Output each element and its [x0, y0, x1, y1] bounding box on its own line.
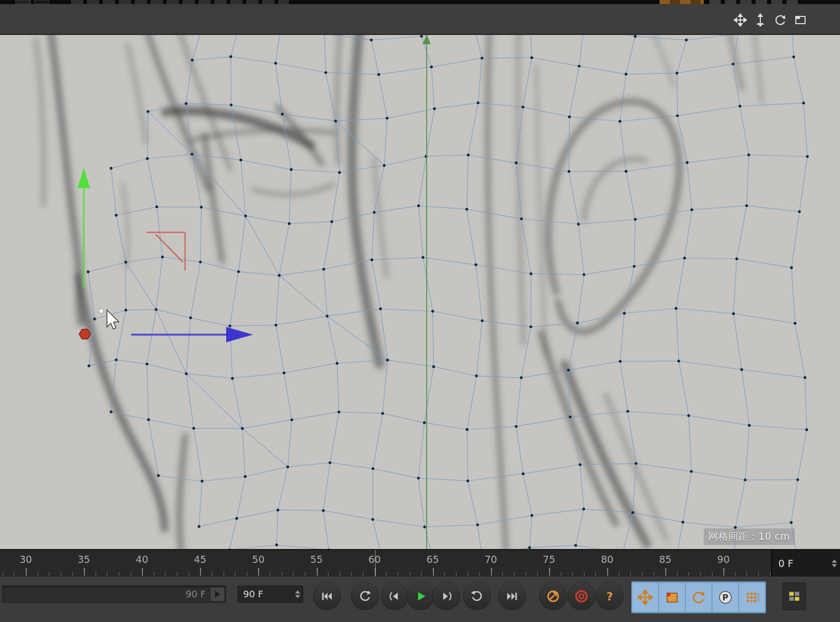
help-icon: ? [607, 590, 613, 603]
rotate-icon[interactable] [773, 12, 788, 28]
autokey-button[interactable] [568, 582, 595, 610]
ruler-minor-tick [758, 572, 759, 576]
ruler-frame-label: 30 [20, 554, 32, 565]
goto-end-button[interactable] [498, 582, 526, 610]
viewport[interactable]: 网格间距：10 cm [0, 35, 840, 549]
ruler-minor-tick [340, 572, 340, 576]
ruler-minor-tick [131, 572, 131, 576]
record-scale-toggle[interactable] [659, 583, 685, 612]
ruler-minor-tick [410, 572, 410, 576]
ruler-minor-tick [549, 572, 550, 576]
record-keyframe-icon [545, 589, 561, 604]
dolly-icon[interactable] [753, 12, 768, 28]
next-key-button[interactable] [463, 582, 491, 610]
ruler-frame-label: 40 [136, 554, 148, 565]
viewport-nav-icons [733, 12, 808, 28]
ruler-minor-tick [502, 572, 503, 576]
timeline-ruler[interactable]: 30354045505560657075808590 0 F [0, 549, 840, 577]
ruler-minor-tick [328, 572, 328, 576]
ruler-frame-label: 80 [601, 554, 613, 565]
ruler-minor-tick [165, 572, 166, 576]
ruler-minor-tick [386, 572, 387, 576]
ruler-minor-tick [49, 572, 49, 576]
ruler-minor-tick [84, 572, 84, 576]
record-parameter-icon: P [718, 590, 733, 605]
ruler-frame-label: 90 [717, 554, 729, 565]
frame-stepper-icon[interactable] [832, 560, 837, 568]
toolbar-icon-fragment [660, 0, 704, 4]
ruler-frame-label: 75 [543, 554, 555, 565]
gizmo-x-axis-handle[interactable] [131, 327, 253, 342]
ruler-minor-tick [433, 572, 433, 576]
ruler-frame-label: 55 [310, 554, 322, 565]
previous-frame-button[interactable] [381, 582, 409, 610]
ruler-minor-tick [630, 572, 631, 576]
timeline-range-slider[interactable]: 90 F [2, 586, 226, 603]
end-frame-field[interactable]: 90 F [238, 586, 303, 603]
ruler-minor-tick [572, 572, 573, 576]
record-pla-toggle[interactable] [739, 583, 765, 612]
help-button[interactable]: ? [596, 582, 624, 610]
record-rotation-toggle[interactable] [686, 583, 711, 612]
next-key-icon [470, 589, 484, 603]
ruler-minor-tick [398, 572, 398, 576]
ruler-minor-tick [584, 572, 585, 576]
toolbar-icon-fragment [15, 0, 31, 4]
ruler-minor-tick [142, 572, 142, 576]
next-frame-icon [439, 589, 453, 603]
ruler-minor-tick [363, 572, 363, 576]
ruler-minor-tick [26, 572, 26, 576]
record-parameter-toggle[interactable]: P [713, 583, 738, 612]
play-button[interactable] [407, 582, 434, 610]
ruler-minor-tick [61, 572, 61, 576]
ruler-frame-marker[interactable] [375, 550, 376, 577]
ruler-minor-tick [514, 572, 515, 576]
ruler-minor-tick [247, 572, 247, 576]
next-frame-button[interactable] [432, 582, 460, 610]
ruler-minor-tick [491, 572, 491, 576]
toolbar-icon-fragment [34, 0, 49, 4]
maximize-icon[interactable] [793, 12, 808, 28]
current-frame-label: 0 F [778, 558, 793, 569]
ruler-minor-tick [107, 572, 107, 576]
ruler-minor-tick [456, 572, 456, 576]
frame-field-stepper-icon[interactable] [295, 591, 300, 598]
autokey-icon [574, 589, 589, 604]
goto-end-icon [505, 589, 519, 603]
selected-vertex[interactable] [79, 330, 90, 339]
ruler-minor-tick [305, 572, 305, 576]
ruler-ticks[interactable]: 30354045505560657075808590 [0, 550, 771, 577]
grid-icon [787, 589, 801, 603]
hovered-vertex[interactable] [99, 309, 104, 314]
ruler-minor-tick [119, 572, 119, 576]
toolbar-icon-fragment [71, 0, 289, 4]
goto-start-button[interactable] [313, 582, 341, 610]
goto-start-icon [320, 589, 334, 603]
ruler-minor-tick [317, 572, 317, 576]
ruler-minor-tick [270, 572, 270, 576]
pan-icon[interactable] [733, 12, 748, 28]
ruler-minor-tick [351, 572, 352, 576]
end-frame-value: 90 F [243, 586, 263, 602]
ruler-minor-tick [665, 572, 666, 576]
record-pla-icon [744, 590, 760, 605]
range-expand-button[interactable] [211, 588, 224, 601]
ruler-minor-tick [642, 572, 643, 576]
cinema4d-window: 网格间距：10 cm 30354045505560657075808590 0 … [0, 0, 840, 622]
misc-tool-button[interactable] [782, 582, 806, 610]
ruler-minor-tick [654, 572, 654, 576]
toolbar-icon-fragment [709, 0, 802, 4]
record-keyframe-button[interactable] [539, 582, 567, 610]
ruler-minor-tick [746, 572, 747, 576]
record-position-toggle[interactable] [632, 583, 658, 612]
record-position-icon [637, 590, 653, 605]
ruler-minor-tick [595, 572, 596, 576]
current-frame-box[interactable]: 0 F [771, 550, 840, 577]
ruler-minor-tick [770, 572, 771, 576]
ruler-minor-tick [96, 572, 96, 576]
ruler-frame-label: 45 [194, 554, 206, 565]
ruler-minor-tick [14, 572, 14, 576]
ruler-frame-label: 70 [485, 554, 497, 565]
ruler-minor-tick [3, 572, 3, 576]
previous-key-button[interactable] [351, 582, 379, 610]
